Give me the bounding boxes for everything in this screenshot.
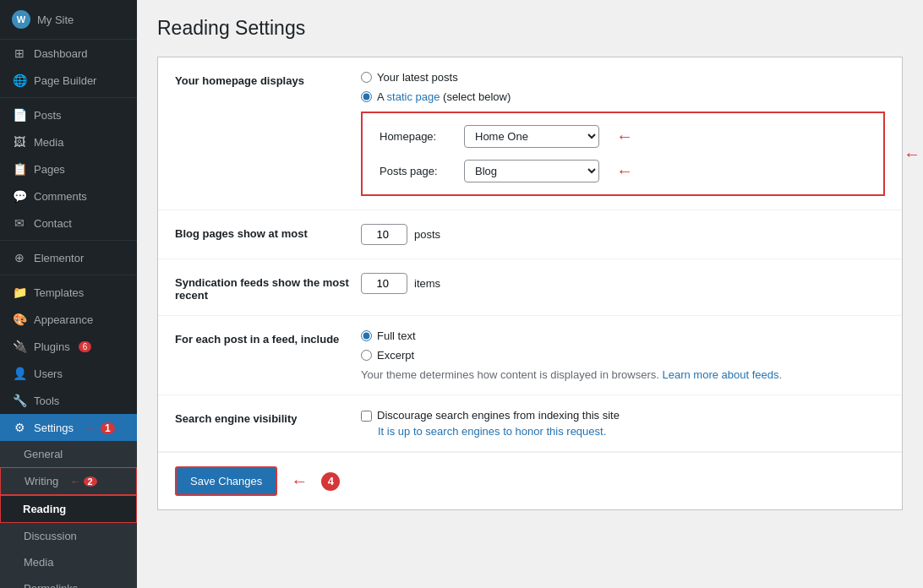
save-changes-button[interactable]: Save Changes: [175, 466, 277, 496]
submenu-label-writing: Writing: [25, 475, 58, 487]
radio-latest-posts[interactable]: Your latest posts: [361, 71, 885, 84]
submenu-item-writing[interactable]: Writing ← 2: [0, 467, 137, 495]
divider-1: [0, 97, 137, 98]
sidebar-item-elementor[interactable]: ⊕ Elementor: [0, 244, 137, 271]
radio-excerpt[interactable]: Excerpt: [361, 349, 885, 362]
arrow-postspage: ←: [616, 161, 633, 181]
wp-logo-icon: W: [12, 10, 30, 29]
arrow-4: ←: [291, 471, 308, 491]
page-title: Reading Settings: [157, 17, 903, 40]
sidebar-label-plugins: Plugins: [34, 340, 70, 353]
sidebar-label-dashboard: Dashboard: [34, 47, 88, 60]
sidebar-label-posts: Posts: [34, 109, 62, 122]
syndication-number-row: items: [361, 273, 885, 294]
sidebar-item-comments[interactable]: 💬 Comments: [0, 182, 137, 210]
search-visibility-row: Search engine visibility Discourage sear…: [158, 395, 902, 452]
syndication-suffix: items: [414, 277, 440, 290]
sidebar-logo[interactable]: W My Site: [0, 0, 137, 40]
postspage-row: Posts page: Blog ←: [380, 160, 866, 182]
sidebar-item-pages[interactable]: 📋 Pages: [0, 155, 137, 182]
blog-pages-input[interactable]: [361, 224, 407, 245]
syndication-row: Syndication feeds show the most recent i…: [158, 259, 902, 316]
learn-more-feeds-link[interactable]: Learn more about feeds: [663, 368, 779, 381]
radio-excerpt-label: Excerpt: [377, 349, 414, 362]
radio-excerpt-input[interactable]: [361, 350, 372, 361]
sidebar-label-contact: Contact: [34, 217, 72, 230]
syndication-label: Syndication feeds show the most recent: [175, 273, 361, 302]
plugins-badge: 6: [79, 341, 92, 352]
submenu-label-permalinks: Permalinks: [24, 582, 78, 588]
appearance-icon: 🎨: [12, 313, 27, 326]
submenu-item-media[interactable]: Media: [0, 549, 137, 575]
plugins-icon: 🔌: [12, 340, 27, 353]
radio-static-input[interactable]: [361, 91, 372, 102]
search-checkbox-input[interactable]: [361, 411, 372, 422]
sidebar-item-plugins[interactable]: 🔌 Plugins 6: [0, 333, 137, 360]
builder-icon: 🌐: [12, 74, 27, 87]
static-page-link[interactable]: static page: [387, 90, 440, 103]
radio-latest-label: Your latest posts: [377, 71, 458, 84]
sidebar-item-appearance[interactable]: 🎨 Appearance: [0, 306, 137, 333]
settings-icon: ⚙: [12, 421, 27, 434]
submenu-item-reading[interactable]: Reading: [0, 495, 137, 523]
save-changes-row: Save Changes ← 4: [158, 452, 902, 509]
sidebar-item-dashboard[interactable]: ⊞ Dashboard: [0, 40, 137, 67]
radio-static-page[interactable]: A static page (select below): [361, 90, 885, 103]
syndication-control: items: [361, 273, 885, 294]
templates-icon: 📁: [12, 286, 27, 299]
search-sub-note: It is up to search engines to honor this…: [378, 425, 885, 438]
sidebar-label-appearance: Appearance: [34, 313, 93, 326]
annotation-label-4: 4: [321, 472, 340, 491]
search-visibility-control: Discourage search engines from indexing …: [361, 409, 885, 438]
sidebar-item-templates[interactable]: 📁 Templates: [0, 279, 137, 306]
sidebar-item-tools[interactable]: 🔧 Tools: [0, 387, 137, 414]
blog-pages-control: posts: [361, 224, 885, 245]
submenu-item-general[interactable]: General: [0, 441, 137, 467]
pages-icon: 📋: [12, 162, 27, 176]
contact-icon: ✉: [12, 216, 27, 230]
users-icon: 👤: [12, 367, 27, 380]
comments-icon: 💬: [12, 189, 27, 203]
divider-2: [0, 240, 137, 241]
feed-include-control: Full text Excerpt Your theme determines …: [361, 329, 885, 381]
annotation-2-arrow: ← 2: [70, 476, 96, 487]
search-visibility-label: Search engine visibility: [175, 409, 361, 425]
sidebar-label-users: Users: [34, 368, 63, 380]
radio-latest-input[interactable]: [361, 72, 372, 83]
submenu-item-discussion[interactable]: Discussion: [0, 523, 137, 549]
homepage-select[interactable]: Home One: [464, 125, 599, 148]
search-checkbox-label[interactable]: Discourage search engines from indexing …: [361, 409, 885, 422]
blog-pages-number-row: posts: [361, 224, 885, 245]
radio-static-label: A static page (select below): [377, 90, 511, 103]
submenu-label-general: General: [24, 448, 63, 460]
blog-pages-suffix: posts: [414, 228, 440, 241]
media-icon: 🖼: [12, 135, 27, 149]
homepage-radio-group: Your latest posts A static page (select …: [361, 71, 885, 103]
sidebar-label-comments: Comments: [34, 190, 87, 203]
posts-page-select[interactable]: Blog: [464, 160, 599, 182]
blog-pages-label: Blog pages show at most: [175, 224, 361, 240]
sidebar-label-media: Media: [34, 136, 63, 149]
submenu-item-permalinks[interactable]: Permalinks: [0, 575, 137, 588]
radio-full-input[interactable]: [361, 330, 372, 341]
feed-include-row: For each post in a feed, include Full te…: [158, 316, 902, 395]
annotation-label-2: 2: [84, 476, 97, 487]
sidebar-item-media[interactable]: 🖼 Media: [0, 128, 137, 155]
main-content: Reading Settings Your homepage displays …: [137, 0, 923, 588]
sidebar-label-pages: Pages: [34, 163, 65, 176]
syndication-input[interactable]: [361, 273, 407, 294]
homepage-row: Homepage: Home One ←: [380, 125, 866, 148]
homepage-displays-control: Your latest posts A static page (select …: [361, 71, 885, 196]
sidebar-item-builder[interactable]: 🌐 Page Builder: [0, 67, 137, 94]
sidebar-item-settings[interactable]: ⚙ Settings ← 1: [0, 414, 137, 441]
blog-pages-row: Blog pages show at most posts: [158, 210, 902, 259]
radio-full-text[interactable]: Full text: [361, 329, 885, 342]
sidebar-item-posts[interactable]: 📄 Posts: [0, 101, 137, 128]
sidebar-item-contact[interactable]: ✉ Contact: [0, 210, 137, 237]
annotation-1: ← 1: [85, 421, 115, 434]
sidebar-label-templates: Templates: [34, 286, 84, 299]
elementor-icon: ⊕: [12, 251, 27, 264]
divider-3: [0, 275, 137, 275]
sidebar-item-users[interactable]: 👤 Users: [0, 360, 137, 387]
sidebar-label-builder: Page Builder: [34, 74, 96, 87]
